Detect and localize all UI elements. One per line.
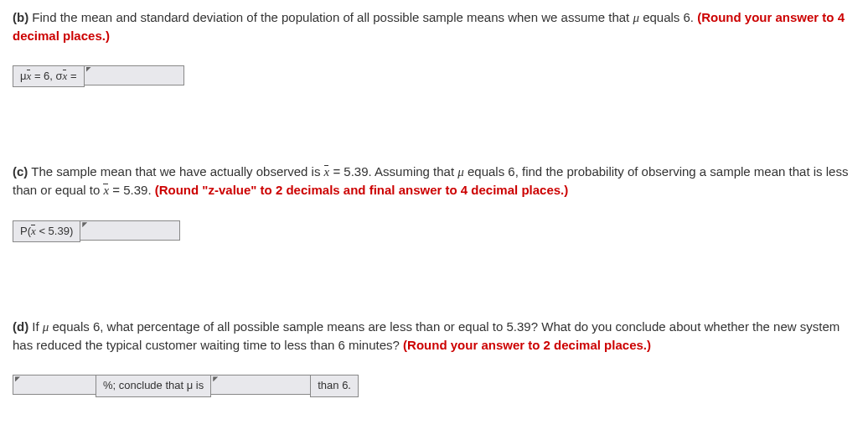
answer-row-d: %; conclude that μ is than 6. [13,375,855,396]
part-c-text-1: The sample mean that we have actually ob… [28,164,323,179]
answer-d-mid-label-1: %; conclude that μ is [96,375,211,396]
mu-symbol: μ [633,11,639,24]
part-c-emphasis: (Round "z-value" to 2 decimals and final… [155,183,569,197]
answer-d-input-2[interactable] [210,375,311,395]
answer-row-c: P(x < 5.39) [13,220,855,242]
part-c-xbar-val-1: = 5.39. Assuming that [329,164,457,179]
part-b-label: (b) [13,10,28,24]
part-b-text-2: equals 6. [639,10,697,24]
question-d-text: (d) If μ equals 6, what percentage of al… [13,318,855,354]
mu-symbol: μ [457,165,464,179]
part-d-emphasis: (Round your answer to 2 decimal places.) [403,338,651,352]
answer-b-input[interactable] [84,65,184,85]
part-d-label: (d) [13,319,28,334]
question-part-b: (b) Find the mean and standard deviation… [13,8,855,87]
question-part-d: (d) If μ equals 6, what percentage of al… [13,318,855,396]
answer-c-input[interactable] [80,220,180,241]
part-d-text-1: If [28,319,43,334]
part-c-xbar-val-2: = 5.39. [109,183,155,197]
answer-b-label: μx = 6, σx = [13,65,85,87]
part-c-label: (c) [13,164,28,179]
answer-row-b: μx = 6, σx = [13,65,855,87]
answer-d-mid-label-2: than 6. [310,375,359,396]
xbar-symbol: x [103,184,109,197]
answer-d-input-1[interactable] [13,375,96,395]
xbar-symbol: x [324,165,330,179]
part-b-text-1: Find the mean and standard deviation of … [28,10,633,24]
question-part-c: (c) The sample mean that we have actuall… [13,163,855,242]
question-b-text: (b) Find the mean and standard deviation… [13,8,855,44]
answer-c-label: P(x < 5.39) [13,220,80,242]
question-c-text: (c) The sample mean that we have actuall… [13,163,855,199]
